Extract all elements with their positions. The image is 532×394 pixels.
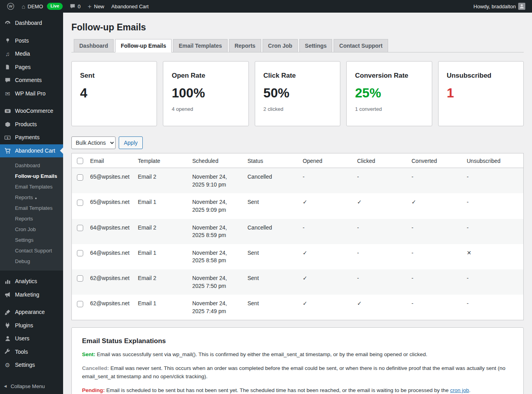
tab-reports[interactable]: Reports — [229, 39, 261, 52]
opened-mark: ✓ — [299, 193, 353, 218]
status-cell: Sent — [244, 295, 299, 320]
submenu-item-label: Reports — [15, 194, 33, 200]
apply-button[interactable]: Apply — [119, 136, 143, 149]
bulk-actions-select[interactable]: Bulk Actions — [71, 136, 116, 149]
submenu-item-follow-up-emails[interactable]: Follow-up Emails — [0, 171, 63, 181]
row-checkbox[interactable] — [77, 275, 83, 282]
explanations-title: Email Status Explanations — [82, 337, 513, 345]
sidebar-item-label: Tools — [15, 349, 28, 356]
unsubscribed-mark: ✕ — [463, 244, 524, 269]
tab-cron-job[interactable]: Cron Job — [263, 39, 298, 52]
submenu-item-reports[interactable]: Reports — [0, 192, 63, 203]
row-select-cell — [72, 244, 86, 269]
select-all-checkbox[interactable] — [77, 158, 83, 164]
unsubscribed-mark: - — [463, 168, 524, 194]
cron-job-link[interactable]: cron job — [450, 387, 469, 393]
opened-mark: ✓ — [299, 244, 353, 269]
submenu-item-email-templates[interactable]: Email Templates — [0, 203, 63, 213]
sidebar-item-products[interactable]: Products — [0, 118, 63, 131]
sidebar-item-label: Comments — [15, 77, 42, 84]
pages-icon — [4, 64, 11, 70]
submenu-item-email-templates[interactable]: Email Templates — [0, 181, 63, 192]
comment-count: 0 — [78, 4, 80, 9]
sidebar-item-posts[interactable]: Posts — [0, 34, 63, 48]
tab-settings[interactable]: Settings — [299, 39, 332, 52]
stat-label: Conversion Rate — [355, 72, 423, 80]
tab-dashboard[interactable]: Dashboard — [74, 39, 114, 52]
sidebar-item-marketing[interactable]: Marketing — [0, 288, 63, 302]
scheduled-cell: November 24, 2025 7:49 pm — [189, 295, 244, 320]
stat-subtext: 4 opened — [172, 106, 240, 112]
stat-value: 100% — [172, 86, 240, 101]
comments-bubble-icon — [4, 77, 11, 83]
converted-mark: - — [408, 168, 463, 194]
analytics-bars-icon — [4, 278, 11, 284]
tab-contact-support[interactable]: Contact Support — [334, 39, 388, 52]
sidebar-item-pages[interactable]: Pages — [0, 61, 63, 74]
wp-logo-menu[interactable]: W — [3, 0, 18, 13]
comments-bubble-icon — [70, 4, 75, 9]
stat-value: 4 — [80, 86, 148, 101]
submenu-item-contact-support[interactable]: Contact Support — [0, 245, 63, 256]
status-explanations-card: Email Status Explanations Sent: Email wa… — [71, 327, 524, 394]
col-header-scheduled: Scheduled — [189, 153, 244, 168]
row-checkbox[interactable] — [77, 250, 83, 256]
submenu-item-debug[interactable]: Debug — [0, 256, 63, 267]
unsubscribed-mark: - — [463, 295, 524, 320]
submenu-item-reports[interactable]: Reports — [0, 213, 63, 224]
submenu-item-dashboard[interactable]: Dashboard — [0, 160, 63, 171]
opened-mark: - — [299, 219, 353, 244]
sidebar-item-payments[interactable]: $ Payments — [0, 131, 63, 144]
menu-group: Appearance Plugins Users Tools ⚙ Setting… — [0, 306, 63, 372]
live-badge: Live — [47, 3, 63, 9]
status-term: Sent: — [82, 351, 95, 357]
sidebar-item-media[interactable]: ♫ Media — [0, 47, 63, 61]
account-menu[interactable]: Howdy, braddalton — [470, 0, 529, 13]
submenu-item-cron-job[interactable]: Cron Job — [0, 224, 63, 235]
submenu-item-settings[interactable]: Settings — [0, 235, 63, 245]
menu-group: Analytics Marketing — [0, 275, 63, 301]
unsubscribed-mark: - — [463, 219, 524, 244]
site-menu[interactable]: ⌂ DEMO Live — [18, 0, 66, 13]
posts-pin-icon — [4, 38, 11, 44]
tab-email-templates[interactable]: Email Templates — [173, 39, 227, 52]
sidebar-item-dashboard[interactable]: Dashboard — [0, 17, 63, 30]
email-cell: 62@wpsites.net — [86, 295, 134, 320]
sidebar-item-users[interactable]: Users — [0, 332, 63, 345]
tab-follow-up-emails[interactable]: Follow-up Emails — [115, 39, 172, 52]
abandoned-cart-toolbar-item[interactable]: Abandoned Cart — [108, 0, 152, 13]
table-row: 64@wpsites.netEmail 2November 24, 2025 8… — [72, 219, 524, 244]
collapse-menu-button[interactable]: ◀ Collapse Menu — [0, 379, 63, 394]
submenu-item-label: Reports — [15, 216, 33, 222]
svg-text:$: $ — [7, 136, 9, 139]
status-cell: Cancelled — [244, 219, 299, 244]
row-select-cell — [72, 219, 86, 244]
sidebar-item-settings[interactable]: ⚙ Settings — [0, 359, 63, 372]
template-cell: Email 1 — [134, 193, 189, 218]
table-body: 65@wpsites.netEmail 2November 24, 2025 9… — [72, 168, 524, 320]
row-checkbox[interactable] — [77, 301, 83, 307]
new-content-menu[interactable]: + New — [84, 0, 108, 13]
sidebar-item-analytics[interactable]: Analytics — [0, 275, 63, 288]
template-cell: Email 2 — [134, 219, 189, 244]
sidebar-item-abandoned-cart[interactable]: Abandoned Cart — [0, 144, 63, 158]
comments-menu[interactable]: 0 — [66, 0, 84, 13]
clicked-mark: ✓ — [353, 193, 408, 218]
status-term: Cancelled: — [82, 365, 109, 371]
row-checkbox[interactable] — [77, 200, 83, 206]
row-checkbox[interactable] — [77, 225, 83, 231]
howdy-text: Howdy, braddalton — [474, 4, 516, 9]
row-checkbox[interactable] — [77, 174, 83, 181]
svg-text:W: W — [6, 110, 9, 113]
submenu-item-label: Settings — [15, 237, 34, 243]
sidebar-item-woocommerce[interactable]: W WooCommerce — [0, 105, 63, 118]
sidebar-item-plugins[interactable]: Plugins — [0, 319, 63, 332]
sidebar-item-tools[interactable]: Tools — [0, 345, 63, 359]
sidebar-item-comments[interactable]: Comments — [0, 74, 63, 87]
col-header-converted: Converted — [408, 153, 463, 168]
plugin-icon — [4, 322, 11, 329]
sidebar-item-appearance[interactable]: Appearance — [0, 306, 63, 319]
sidebar-item-wp-mail-pro[interactable]: ✉ WP Mail Pro — [0, 87, 63, 101]
table-row: 65@wpsites.netEmail 1November 24, 2025 9… — [72, 193, 524, 218]
stat-subtext: 1 converted — [355, 106, 423, 112]
